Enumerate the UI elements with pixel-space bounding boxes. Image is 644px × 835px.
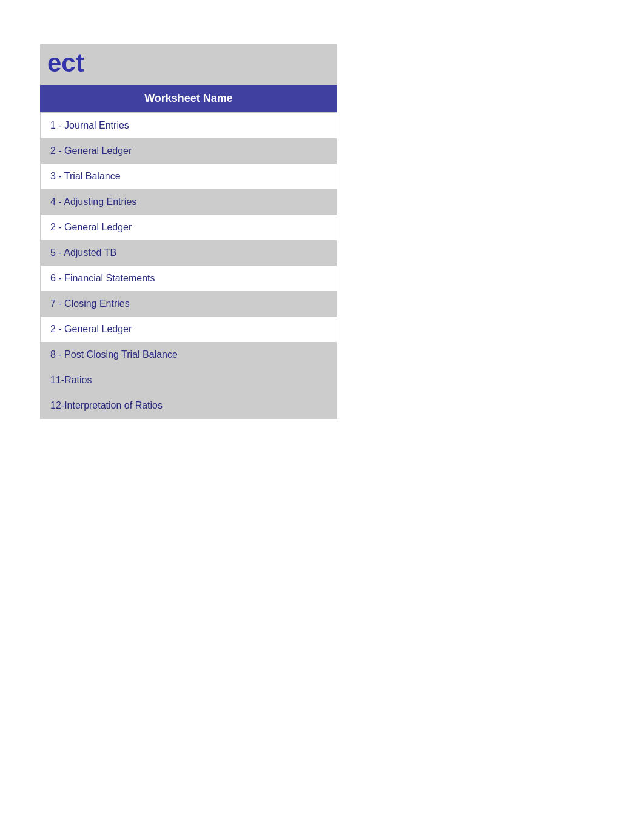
worksheet-name-header: Worksheet Name (144, 92, 233, 104)
list-item[interactable]: 2 - General Ledger (41, 215, 337, 240)
main-container: ect Worksheet Name 1 - Journal Entries2 … (40, 44, 337, 419)
list-item[interactable]: 2 - General Ledger (41, 317, 337, 342)
list-item[interactable]: 12-Interpretation of Ratios (41, 393, 337, 418)
list-item[interactable]: 4 - Adjusting Entries (41, 189, 337, 215)
list-item[interactable]: 5 - Adjusted TB (41, 240, 337, 266)
list-item[interactable]: 2 - General Ledger (41, 138, 337, 164)
list-item[interactable]: 11-Ratios (41, 367, 337, 393)
worksheet-list: 1 - Journal Entries2 - General Ledger3 -… (40, 112, 337, 419)
list-item[interactable]: 8 - Post Closing Trial Balance (41, 342, 337, 367)
table-header: Worksheet Name (40, 85, 337, 112)
list-item[interactable]: 6 - Financial Statements (41, 266, 337, 291)
list-item[interactable]: 3 - Trial Balance (41, 164, 337, 189)
list-item[interactable]: 1 - Journal Entries (41, 113, 337, 138)
list-item[interactable]: 7 - Closing Entries (41, 291, 337, 317)
page-title: ect (40, 44, 337, 85)
